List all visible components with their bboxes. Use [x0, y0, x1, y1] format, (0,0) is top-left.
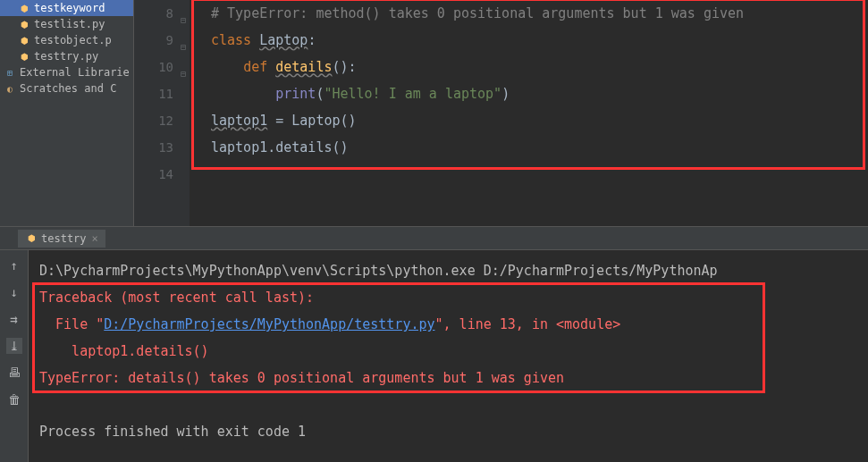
code-line-9: class Laptop: — [211, 27, 868, 54]
console-wrapper: ↑ ↓ ⇉ ⤓ 🖶 🗑 D:\PycharmProjects\MyPythonA… — [0, 250, 868, 462]
line-number: 13 — [158, 140, 173, 155]
code-line-11: print("Hello! I am a laptop") — [211, 80, 868, 107]
console-cmd-line: D:\PycharmProjects\MyPythonApp\venv\Scri… — [39, 257, 857, 284]
line-number: 11 — [158, 87, 173, 101]
lib-label: External Librarie — [20, 66, 130, 79]
library-icon: ⊞ — [4, 66, 16, 79]
console-file-line: File "D:/PycharmProjects/MyPythonApp/tes… — [39, 311, 857, 338]
file-testkeyword[interactable]: ⬢ testkeyword — [0, 0, 133, 16]
line-number: 10 — [158, 60, 173, 74]
external-libraries[interactable]: ⊞ External Librarie — [0, 64, 133, 80]
file-label: testlist.py — [34, 18, 105, 30]
file-label: testtry.py — [34, 50, 98, 63]
close-icon[interactable]: × — [92, 232, 98, 245]
run-tab-bar: ⬢ testtry × — [0, 227, 868, 250]
file-label: testobject.p — [34, 34, 112, 46]
file-testtry[interactable]: ⬢ testtry.py — [0, 48, 133, 64]
file-testlist[interactable]: ⬢ testlist.py — [0, 16, 133, 32]
line-gutter: 8⊟ 9⊟ 10⊟ 11 12 13 14 — [134, 0, 190, 226]
console-exit-line: Process finished with exit code 1 — [39, 418, 857, 445]
code-line-14 — [211, 161, 868, 188]
fold-icon[interactable]: ⊟ — [177, 34, 186, 43]
soft-wrap-icon[interactable]: ⇉ — [6, 311, 22, 327]
line-number: 9 — [166, 33, 173, 47]
file-testobject[interactable]: ⬢ testobject.p — [0, 32, 133, 48]
editor-area[interactable]: 8⊟ 9⊟ 10⊟ 11 12 13 14 # TypeError: metho… — [134, 0, 868, 226]
lib-label: Scratches and C — [20, 82, 116, 95]
console-traceback: Traceback (most recent call last): — [39, 284, 857, 311]
python-file-icon: ⬢ — [18, 2, 30, 14]
code-content[interactable]: # TypeError: method() takes 0 positional… — [190, 0, 868, 226]
file-label: testkeyword — [34, 2, 105, 14]
tab-label: testtry — [41, 232, 87, 245]
print-icon[interactable]: 🖶 — [6, 365, 22, 381]
line-number: 14 — [158, 167, 173, 181]
run-panel: ⬢ testtry × ↑ ↓ ⇉ ⤓ 🖶 🗑 D:\PycharmProjec… — [0, 226, 868, 462]
scroll-to-end-icon[interactable]: ⤓ — [6, 338, 22, 354]
run-tab-testtry[interactable]: ⬢ testtry × — [18, 230, 105, 248]
line-number: 12 — [158, 113, 173, 128]
code-line-8: # TypeError: method() takes 0 positional… — [211, 0, 868, 27]
top-area: ⬢ testkeyword ⬢ testlist.py ⬢ testobject… — [0, 0, 868, 226]
project-sidebar: ⬢ testkeyword ⬢ testlist.py ⬢ testobject… — [0, 0, 134, 226]
scratches-icon: ◐ — [4, 82, 16, 95]
console-output[interactable]: D:\PycharmProjects\MyPythonApp\venv\Scri… — [29, 250, 868, 462]
down-arrow-icon[interactable]: ↓ — [6, 284, 22, 300]
file-link[interactable]: D:/PycharmProjects/MyPythonApp/testtry.p… — [104, 316, 434, 332]
fold-icon[interactable]: ⊟ — [177, 61, 186, 70]
python-file-icon: ⬢ — [18, 34, 30, 46]
line-number: 8 — [166, 6, 173, 21]
python-file-icon: ⬢ — [18, 50, 30, 63]
code-line-13: laptop1.details() — [211, 134, 868, 161]
fold-icon[interactable]: ⊟ — [177, 7, 186, 16]
console-error-line: TypeError: details() takes 0 positional … — [39, 365, 857, 391]
python-file-icon: ⬢ — [25, 232, 38, 245]
trash-icon[interactable]: 🗑 — [6, 391, 22, 407]
code-line-10: def details(): — [211, 54, 868, 80]
console-toolbar: ↑ ↓ ⇉ ⤓ 🖶 🗑 — [0, 250, 29, 462]
scratches[interactable]: ◐ Scratches and C — [0, 80, 133, 97]
console-call-line: laptop1.details() — [39, 338, 857, 365]
up-arrow-icon[interactable]: ↑ — [6, 257, 22, 273]
console-blank — [39, 391, 857, 418]
code-line-12: laptop1 = Laptop() — [211, 107, 868, 134]
python-file-icon: ⬢ — [18, 18, 30, 30]
